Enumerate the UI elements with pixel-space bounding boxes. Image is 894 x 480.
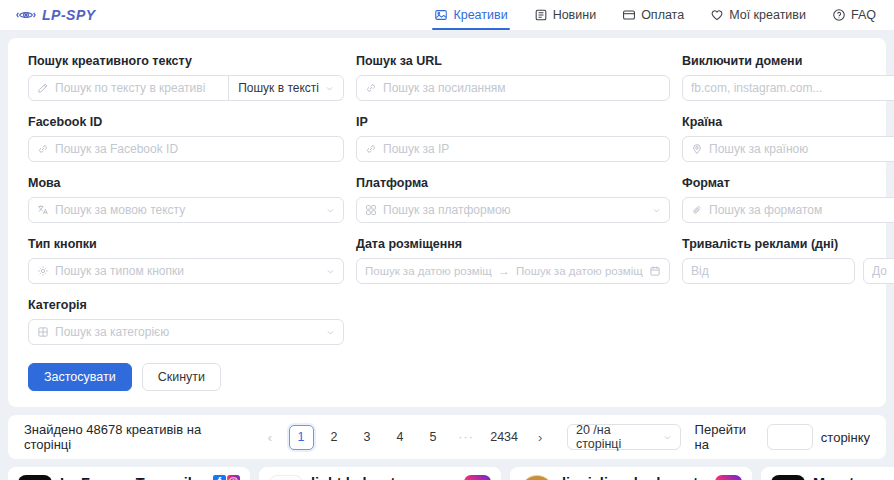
filter-placement-date: Дата розміщення → bbox=[356, 237, 670, 284]
nav-tab-creatives[interactable]: Креативи bbox=[434, 0, 507, 30]
reset-button[interactable]: Скинути bbox=[142, 363, 221, 391]
filter-exclude-domains: Виключити домени bbox=[682, 54, 894, 101]
chevron-down-icon bbox=[326, 328, 335, 337]
facebook-id-input[interactable] bbox=[55, 142, 335, 156]
creative-text-input[interactable] bbox=[55, 81, 220, 95]
page-button-2[interactable]: 2 bbox=[322, 425, 347, 450]
duration-from-input[interactable] bbox=[691, 264, 846, 278]
apply-button[interactable]: Застосувати bbox=[28, 363, 132, 391]
ip-input[interactable] bbox=[383, 142, 661, 156]
field-label: Виключити домени bbox=[682, 54, 894, 68]
app-logo[interactable]: LP-SPY bbox=[16, 7, 96, 23]
calendar-icon bbox=[649, 265, 661, 277]
filter-format: Формат bbox=[682, 176, 894, 223]
location-pin-icon bbox=[691, 143, 703, 155]
creative-card[interactable]: La FEMME La Femme Ternopil 2025-11-20 21… bbox=[8, 467, 250, 480]
nav-tab-payment[interactable]: Оплата bbox=[622, 0, 684, 30]
goto-page-input[interactable] bbox=[767, 424, 813, 450]
top-navbar: LP-SPY Креативи Новини bbox=[0, 0, 894, 30]
chevron-down-icon bbox=[663, 433, 672, 442]
filter-creative-text: Пошук креативного тексту Пошук в тексті bbox=[28, 54, 344, 101]
chevron-down-icon bbox=[326, 267, 335, 276]
platform-grid-icon bbox=[365, 204, 377, 216]
results-bar: Знайдено 48678 креативів на сторінці ‹ 1… bbox=[8, 415, 886, 459]
prev-page-button[interactable]: ‹ bbox=[259, 430, 280, 445]
creative-card[interactable]: Maestro - кухні, ме замовлення в Ужг 202… bbox=[761, 467, 894, 480]
avatar: LIGHT BABY STORE bbox=[269, 475, 303, 480]
url-input[interactable] bbox=[383, 81, 661, 95]
exclude-domains-input[interactable] bbox=[691, 81, 894, 95]
question-circle-icon bbox=[832, 8, 846, 22]
maestro-avatar bbox=[771, 475, 805, 480]
facebook-icon: f bbox=[213, 475, 226, 480]
card-title: Maestro - кухні, ме bbox=[813, 475, 894, 480]
avatar: La FEMME bbox=[18, 475, 52, 480]
heart-icon bbox=[710, 8, 724, 22]
social-icons: f bbox=[213, 475, 240, 480]
link-icon bbox=[365, 82, 377, 94]
creatives-list: La FEMME La Femme Ternopil 2025-11-20 21… bbox=[8, 467, 894, 480]
filter-url: Пошук за URL bbox=[356, 54, 670, 101]
nav-label: FAQ bbox=[851, 8, 876, 22]
page-button-4[interactable]: 4 bbox=[388, 425, 413, 450]
nav-label: Оплата bbox=[641, 8, 684, 22]
platform-select[interactable] bbox=[383, 203, 646, 217]
filter-ip: IP bbox=[356, 115, 670, 162]
card-title: light.baby.store bbox=[311, 475, 456, 480]
nav-tab-news[interactable]: Новини bbox=[534, 0, 597, 30]
instagram-icon bbox=[715, 475, 742, 480]
filter-duration: Тривалість реклами (дні) bbox=[682, 237, 894, 284]
pencil-icon bbox=[37, 82, 49, 94]
button-type-select[interactable] bbox=[55, 264, 320, 278]
filter-button-type: Тип кнопки bbox=[28, 237, 344, 284]
field-label: Дата розміщення bbox=[356, 237, 670, 251]
translate-icon bbox=[37, 204, 49, 216]
field-label: Платформа bbox=[356, 176, 670, 190]
select-value: Пошук в тексті bbox=[238, 81, 319, 95]
filter-platform: Платформа bbox=[356, 176, 670, 223]
logo-text: LP-SPY bbox=[42, 7, 96, 23]
duration-to-input[interactable] bbox=[872, 264, 894, 278]
field-label: Тип кнопки bbox=[28, 237, 344, 251]
category-grid-icon bbox=[37, 326, 49, 338]
news-icon bbox=[534, 8, 548, 22]
paperclip-icon bbox=[691, 204, 703, 216]
page-button-3[interactable]: 3 bbox=[355, 425, 380, 450]
results-count: Знайдено 48678 креативів на сторінці bbox=[24, 422, 245, 452]
credit-card-icon bbox=[622, 8, 636, 22]
creative-card[interactable]: lippi_lion_budapest 2025-11-20 21:02:03 … bbox=[510, 467, 752, 480]
format-input[interactable] bbox=[709, 203, 894, 217]
goto-prefix-label: Перейти на bbox=[695, 422, 759, 452]
main-nav: Креативи Новини Оплата bbox=[434, 0, 876, 30]
instagram-icon bbox=[464, 475, 491, 480]
country-input[interactable] bbox=[709, 142, 894, 156]
nav-tab-faq[interactable]: FAQ bbox=[832, 0, 876, 30]
date-to-input[interactable] bbox=[516, 265, 643, 277]
instagram-icon bbox=[227, 475, 240, 480]
field-label: IP bbox=[356, 115, 670, 129]
link-icon bbox=[365, 143, 377, 155]
page-button-5[interactable]: 5 bbox=[421, 425, 446, 450]
next-page-button[interactable]: › bbox=[530, 430, 551, 445]
page-button-1[interactable]: 1 bbox=[289, 425, 314, 450]
goto-suffix-label: сторінку bbox=[821, 430, 870, 445]
per-page-select[interactable]: 20 /на сторінці bbox=[567, 424, 681, 450]
nav-label: Новини bbox=[553, 8, 597, 22]
gear-icon bbox=[37, 265, 49, 277]
page-ellipsis[interactable]: ··· bbox=[454, 425, 479, 450]
page-button-last[interactable]: 2434 bbox=[487, 425, 522, 450]
text-search-mode-select[interactable]: Пошук в тексті bbox=[229, 75, 344, 101]
creative-card[interactable]: LIGHT BABY STORE light.baby.store 2025-1… bbox=[259, 467, 501, 480]
arrow-right-icon: → bbox=[498, 264, 510, 278]
category-select[interactable] bbox=[55, 325, 320, 339]
eye-logo-icon bbox=[16, 8, 36, 22]
field-label: Країна bbox=[682, 115, 894, 129]
date-from-input[interactable] bbox=[365, 265, 492, 277]
filters-panel: Пошук креативного тексту Пошук в тексті bbox=[8, 38, 886, 407]
field-label: Тривалість реклами (дні) bbox=[682, 237, 894, 251]
field-label: Мова bbox=[28, 176, 344, 190]
nav-tab-my-creatives[interactable]: Мої креативи bbox=[710, 0, 806, 30]
filter-country: Країна bbox=[682, 115, 894, 162]
filter-category: Категорія bbox=[28, 298, 344, 345]
language-select[interactable] bbox=[55, 203, 320, 217]
